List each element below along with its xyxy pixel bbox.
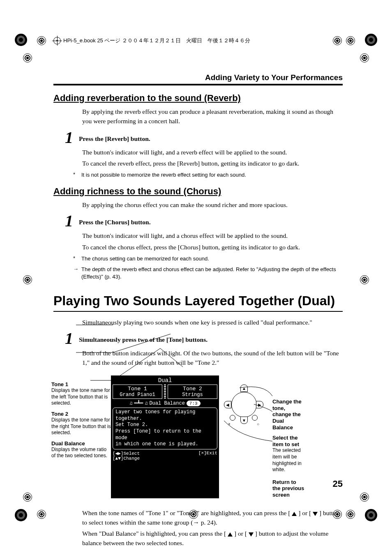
reg-circle-icon <box>333 36 342 45</box>
reg-mark-icon <box>365 34 377 46</box>
step-body: The button's indicator will light, and a… <box>82 231 343 240</box>
lcd-tone1-box: Tone 1 Grand Piano1 <box>113 385 162 399</box>
step-body: The button's indicator will light, and a… <box>82 147 343 157</box>
label-tone2-title: Tone 2 <box>51 411 111 417</box>
page-number: 25 <box>333 479 343 489</box>
slider-icon: ━┻━ <box>134 400 143 406</box>
lcd-footer-exit: [×]Exit <box>198 451 217 461</box>
triangle-up-icon <box>292 512 297 516</box>
lcd-message-box: Layer two tones for playing together. Se… <box>113 408 217 449</box>
diagram-left-labels: Tone 1 Displays the tone name for the le… <box>51 375 111 498</box>
note-marker-arrow: → <box>73 266 81 281</box>
lcd-footer: [◀▶]Select [▲▼]Change [×]Exit <box>113 451 217 461</box>
o-label: ○ <box>257 422 259 426</box>
step-body: Both of the button indicators will light… <box>82 348 343 368</box>
step-body: To cancel the chorus effect, press the [… <box>82 242 343 252</box>
note-text: It is not possible to memorize the rever… <box>81 171 343 179</box>
dpad-o-button-icon <box>252 415 258 421</box>
step-number-icon: 1 <box>65 213 73 229</box>
reg-circle-icon <box>360 53 369 62</box>
reg-circle-icon <box>23 53 32 62</box>
label-tone1-title: Tone 1 <box>51 381 111 387</box>
label-return-title: Return to the previous screen <box>272 479 305 498</box>
dual-diagram: Tone 1 Displays the tone name for the le… <box>51 375 343 498</box>
label-dualbalance-title: Dual Balance <box>51 440 111 447</box>
dual-after-paragraph: When the tone names of "Tone 1" or "Tone… <box>82 508 343 527</box>
reg-circle-icon <box>346 36 355 45</box>
lcd-msg-line: Layer two tones for playing together. <box>115 409 214 422</box>
dual-intro: Simultaneously playing two sounds when o… <box>82 318 343 327</box>
label-tone1-desc: Displays the tone name for the left Tone… <box>51 387 111 407</box>
lcd-footer-select: [◀▶]Select <box>113 451 140 456</box>
dual-cancel-paragraph: To cancel dual performance, press any [T… <box>82 553 343 555</box>
lcd-divider-icon <box>164 385 166 399</box>
manual-page: HPi-5_e.book 25 ページ ２００４年１２月２１日 火曜日 午後１２… <box>0 0 392 555</box>
reg-circle-icon <box>23 493 32 502</box>
reg-circle-icon <box>346 510 355 519</box>
label-select-item-desc: The selected item will be highlighted in… <box>272 447 305 473</box>
reg-circle-icon <box>333 510 342 519</box>
lcd-balance-row: ♫ ━┻━ ♫ Dual Balance 7:3 <box>113 400 217 406</box>
triangle-down-icon <box>313 512 318 516</box>
step-number-icon: 1 <box>65 129 73 146</box>
dual-after-paragraph: When "Dual Balance" is highlighted, you … <box>82 529 343 548</box>
reg-circle-icon <box>23 275 32 284</box>
dpad-x-button-icon <box>230 415 235 421</box>
reg-mark-icon <box>15 509 27 521</box>
reg-circle-icon <box>37 510 46 519</box>
note-marker: * <box>73 171 81 179</box>
note-marker: * <box>73 255 81 263</box>
reg-mark-icon <box>365 509 377 521</box>
divider <box>53 84 343 85</box>
x-label: × <box>228 422 231 426</box>
heading-chorus: Adding richness to the sound (Chorus) <box>53 186 343 197</box>
step-number-icon: 1 <box>65 330 73 347</box>
reg-circle-icon <box>360 493 369 502</box>
lcd-msg-line: in which one tone is played. <box>115 441 214 448</box>
dpad-icon: ▲ ▼ ◀ ▶ × ○ <box>223 384 264 425</box>
reg-circle-icon <box>189 510 198 519</box>
lcd-tone1-value: Grand Piano1 <box>113 392 162 398</box>
divider <box>53 311 343 312</box>
chorus-intro: By applying the chorus effect you can ma… <box>82 200 343 210</box>
step-body: To cancel the reverb effect, press the [… <box>82 159 343 168</box>
diagram-right-labels: ▲ ▼ ◀ ▶ × ○ Change the tone, change the … <box>219 375 305 498</box>
step-title: Press the [Chorus] button. <box>79 213 151 226</box>
note-text: The chorus setting can be memorized for … <box>81 255 343 263</box>
lcd-tone1-label: Tone 1 <box>113 386 162 392</box>
lcd-tone2-value: Strings <box>168 392 217 398</box>
lcd-msg-line: Set Tone 2. <box>115 422 214 428</box>
lcd-footer-change: [▲▼]Change <box>113 456 140 461</box>
label-tone2-desc: Displays the tone name for the right Ton… <box>51 417 111 436</box>
label-change-tone-title: Change the tone, change the Dual Balance <box>272 398 305 431</box>
lcd-msg-line: Press [Tone] to return to the mode <box>115 428 214 441</box>
reg-circle-icon <box>360 275 369 284</box>
lcd-balance-label: Dual Balance <box>149 401 184 406</box>
reverb-intro: By applying the reverb effect you can pr… <box>82 107 343 126</box>
label-dualbalance-desc: Displays the volume ratio of the two sel… <box>51 447 111 459</box>
label-select-item-title: Select the item to set <box>272 435 305 447</box>
heading-dual: Playing Two Sounds Layered Together (Dua… <box>53 293 343 309</box>
speaker-icon: ♫ <box>129 401 132 406</box>
page-section-title: Adding Variety to Your Performances <box>53 73 343 82</box>
reg-inline-icon <box>53 37 61 44</box>
triangle-down-icon <box>249 532 254 537</box>
speaker-icon: ♫ <box>145 401 148 406</box>
dpad-down-icon: ▼ <box>240 417 248 424</box>
lcd-tone2-label: Tone 2 <box>168 386 217 392</box>
lcd-title: Dual <box>113 377 217 384</box>
dpad-left-icon: ◀ <box>224 401 231 408</box>
dpad-right-icon: ▶ <box>256 401 263 408</box>
reg-mark-icon <box>15 34 27 46</box>
heading-reverb: Adding reverberation to the sound (Rever… <box>53 93 343 104</box>
step-title: Simultaneously press two of the [Tone] b… <box>79 330 208 343</box>
lcd-screen: Dual Tone 1 Grand Piano1 Tone 2 Strings … <box>111 375 219 498</box>
lcd-tone2-box: Tone 2 Strings <box>168 385 217 399</box>
lcd-balance-value: 7:3 <box>187 401 201 406</box>
triangle-up-icon <box>228 532 233 537</box>
note-text: The depth of the reverb effect and choru… <box>81 266 343 281</box>
book-info: HPi-5_e.book 25 ページ ２００４年１２月２１日 火曜日 午後１２… <box>63 37 250 44</box>
dpad-up-icon: ▲ <box>240 385 248 392</box>
step-title: Press the [Reverb] button. <box>79 129 150 143</box>
reg-circle-icon <box>37 36 46 45</box>
